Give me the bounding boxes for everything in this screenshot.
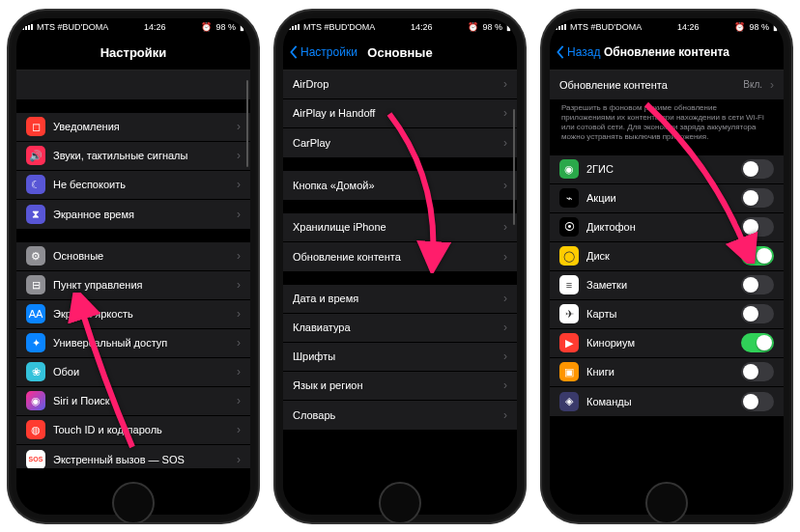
app-toggle[interactable] — [741, 333, 774, 352]
chevron-right-icon: › — [237, 423, 241, 436]
row-language[interactable]: Язык и регион › — [283, 372, 517, 401]
chevron-right-icon: › — [237, 365, 241, 378]
app-row[interactable]: ≡Заметки — [550, 271, 784, 300]
app-icon: ◯ — [559, 246, 579, 266]
row-general[interactable]: ⚙ Основные › — [16, 242, 250, 271]
row-background-refresh[interactable]: Обновление контента › — [283, 242, 517, 271]
chevron-right-icon: › — [237, 149, 241, 162]
row-sounds[interactable]: 🔊 Звуки, тактильные сигналы › — [16, 142, 250, 171]
app-label: Команды — [586, 396, 733, 407]
row-label: Универсальный доступ — [53, 337, 229, 349]
app-row[interactable]: ✈Карты — [550, 300, 784, 329]
app-icon: ⌁ — [559, 188, 579, 208]
battery-icon: ▮ — [773, 22, 778, 32]
row-label: Экранное время — [53, 209, 229, 220]
wallpaper-icon: ❀ — [26, 362, 45, 381]
row-keyboard[interactable]: Клавиатура › — [283, 314, 517, 343]
signal-icon — [22, 24, 33, 30]
app-row[interactable]: ⌁Акции — [550, 184, 784, 213]
carrier-label: MTS #BUD'DOMA — [570, 22, 642, 32]
status-bar: MTS #BUD'DOMA 14:26 ⏰ 98 % ▮ — [550, 18, 784, 36]
row-homebutton[interactable]: Кнопка «Домой» › — [283, 171, 517, 200]
app-row[interactable]: ◉2ГИС — [550, 155, 784, 184]
chevron-right-icon: › — [770, 78, 774, 92]
app-toggle[interactable] — [741, 188, 774, 208]
app-icon: ≡ — [559, 275, 579, 294]
chevron-right-icon: › — [503, 408, 507, 422]
row-label: Обновление контента — [293, 251, 496, 263]
chevron-right-icon: › — [503, 220, 507, 234]
nav-bar: Назад Обновление контента — [550, 36, 784, 70]
phone-frame-1: MTS #BUD'DOMA 14:26 ⏰ 98 % ▮ Настройки ◻… — [9, 11, 258, 522]
screen-2: MTS #BUD'DOMA 14:26 ⏰ 98 % ▮ Настройки О… — [283, 18, 517, 515]
home-button[interactable] — [379, 482, 421, 524]
app-icon: ▣ — [559, 362, 579, 381]
row-label: Основные — [53, 250, 229, 262]
back-label: Настройки — [300, 45, 357, 59]
row-dnd[interactable]: ☾ Не беспокоить › — [16, 171, 250, 200]
phone-frame-3: MTS #BUD'DOMA 14:26 ⏰ 98 % ▮ Назад Обнов… — [542, 11, 791, 522]
back-button[interactable]: Настройки — [289, 36, 357, 70]
home-button[interactable] — [645, 482, 688, 524]
row-storage[interactable]: Хранилище iPhone › — [283, 213, 517, 242]
row-datetime[interactable]: Дата и время › — [283, 285, 517, 314]
back-button[interactable]: Назад — [556, 36, 600, 70]
row-label: Хранилище iPhone — [293, 221, 496, 233]
row-display[interactable]: AA Экран и яркость › — [16, 300, 250, 329]
settings-list[interactable]: ◻ Уведомления › 🔊 Звуки, тактильные сигн… — [16, 70, 250, 468]
app-toggle[interactable] — [741, 217, 774, 237]
app-row[interactable]: ▣Книги — [550, 358, 784, 387]
row-label: AirPlay и Handoff — [293, 107, 496, 119]
row-carplay[interactable]: CarPlay › — [283, 128, 517, 157]
app-toggle[interactable] — [741, 275, 774, 294]
row-airdrop[interactable]: AirDrop › — [283, 70, 517, 99]
app-toggle[interactable] — [741, 392, 774, 411]
app-row[interactable]: ◯Диск — [550, 242, 784, 271]
row-label: Touch ID и код-пароль — [53, 424, 229, 435]
status-bar: MTS #BUD'DOMA 14:26 ⏰ 98 % ▮ — [283, 18, 517, 36]
scrollbar[interactable] — [246, 80, 248, 167]
carrier-label: MTS #BUD'DOMA — [303, 22, 375, 32]
row-accessibility[interactable]: ✦ Универсальный доступ › — [16, 329, 250, 358]
row-siri[interactable]: ◉ Siri и Поиск › — [16, 387, 250, 416]
app-row[interactable]: ◈Команды — [550, 387, 784, 416]
page-title: Основные — [367, 45, 432, 60]
row-dictionary[interactable]: Словарь › — [283, 401, 517, 430]
row-sos[interactable]: SOS Экстренный вызов — SOS › — [16, 445, 250, 468]
sounds-icon: 🔊 — [26, 146, 45, 165]
alarm-icon: ⏰ — [201, 22, 212, 32]
row-label: Экран и яркость — [53, 308, 229, 320]
hourglass-icon: ⧗ — [26, 205, 45, 224]
row-refresh-master[interactable]: Обновление контента Вкл. › — [550, 70, 784, 99]
home-button[interactable] — [112, 482, 155, 524]
row-label: Siri и Поиск — [53, 395, 229, 406]
app-icon: ◈ — [559, 392, 579, 411]
app-label: Книги — [586, 366, 733, 378]
app-label: Диск — [586, 250, 733, 262]
row-label: Язык и регион — [293, 379, 496, 391]
row-airplay[interactable]: AirPlay и Handoff › — [283, 99, 517, 128]
sos-icon: SOS — [26, 450, 45, 468]
row-touchid[interactable]: ◍ Touch ID и код-пароль › — [16, 416, 250, 445]
app-toggle[interactable] — [741, 304, 774, 323]
chevron-right-icon: › — [237, 120, 241, 133]
row-controlcenter[interactable]: ⊟ Пункт управления › — [16, 271, 250, 300]
app-row[interactable]: ▶Кинориум — [550, 329, 784, 358]
row-fonts[interactable]: Шрифты › — [283, 343, 517, 372]
accessibility-icon: ✦ — [26, 333, 45, 352]
app-toggle[interactable] — [741, 246, 774, 266]
chevron-right-icon: › — [237, 249, 241, 263]
search-placeholder-row[interactable] — [16, 70, 250, 99]
row-wallpaper[interactable]: ❀ Обои › — [16, 358, 250, 387]
row-notifications[interactable]: ◻ Уведомления › — [16, 113, 250, 142]
row-screentime[interactable]: ⧗ Экранное время › — [16, 200, 250, 229]
moon-icon: ☾ — [26, 175, 45, 194]
app-label: Акции — [586, 192, 733, 204]
general-list[interactable]: AirDrop › AirPlay и Handoff › CarPlay › … — [283, 70, 517, 468]
app-toggle[interactable] — [741, 362, 774, 381]
scrollbar[interactable] — [513, 109, 515, 225]
refresh-list[interactable]: Обновление контента Вкл. › Разрешить в ф… — [550, 70, 784, 468]
app-row[interactable]: ⦿Диктофон — [550, 213, 784, 242]
screen-1: MTS #BUD'DOMA 14:26 ⏰ 98 % ▮ Настройки ◻… — [16, 18, 250, 515]
app-toggle[interactable] — [741, 159, 774, 179]
